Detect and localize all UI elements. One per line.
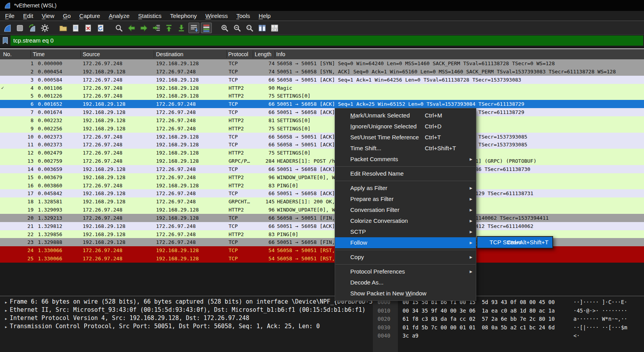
context-menu-item-protocol-preferences[interactable]: Protocol Preferences▶ <box>335 266 476 277</box>
packet-row-3[interactable]: 30.000584172.26.97.248192.168.29.128TCP6… <box>0 76 644 84</box>
menu-tools[interactable]: Tools <box>232 12 254 19</box>
save-file-button[interactable] <box>70 23 81 33</box>
column-divider[interactable] <box>226 50 227 58</box>
column-divider[interactable] <box>154 50 154 58</box>
packet-row-14[interactable]: 140.003659192.168.29.128172.26.97.248TCP… <box>0 165 644 173</box>
hex-row-0010[interactable]: 001000 34 35 9f 40 00 3e 06 1a ea c0 a8 … <box>373 307 644 315</box>
column-header-destination[interactable]: Destination <box>156 51 183 57</box>
packet-row-9[interactable]: 90.002256192.168.29.128172.26.97.248HTTP… <box>0 124 644 133</box>
packet-row-10[interactable]: 100.002373172.26.97.248192.168.29.128TCP… <box>0 133 644 141</box>
restart-capture-button[interactable] <box>27 23 38 33</box>
context-menu-item-set-unset-time-reference[interactable]: Set/Unset Time ReferenceCtrl+T <box>335 132 476 143</box>
packet-row-11[interactable]: 110.002373172.26.97.248192.168.29.128TCP… <box>0 140 644 149</box>
context-menu-item-edit-resolved-name[interactable]: Edit Resolved Name <box>335 168 476 179</box>
hex-row-0040[interactable]: 00403c a9<· <box>373 332 644 340</box>
detail-line[interactable]: ▸Ethernet II, Src: Microsoft_93:43:0f (0… <box>2 306 373 314</box>
menu-telephony[interactable]: Telephony <box>166 12 201 19</box>
menu-item-label: Colorize Conversation <box>350 217 408 224</box>
context-menu-item-ignore-unignore-selected[interactable]: Ignore/Unignore SelectedCtrl+D <box>335 121 476 132</box>
go-to-packet-button[interactable] <box>151 23 162 33</box>
packet-row-20[interactable]: 201.329213172.26.97.248192.168.29.128TCP… <box>0 214 644 222</box>
detail-line[interactable]: ▸Internet Protocol Version 4, Src: 192.1… <box>2 314 373 322</box>
menu-help[interactable]: Help <box>254 12 275 19</box>
packet-row-6[interactable]: 60.001652192.168.29.128172.26.97.248TCP6… <box>0 100 644 108</box>
context-menu-item-conversation-filter[interactable]: Conversation Filter▶ <box>335 204 476 215</box>
context-menu-item-decode-as[interactable]: Decode As... <box>335 277 476 288</box>
go-first-button[interactable] <box>163 23 174 33</box>
detail-line[interactable]: ▸Transmission Control Protocol, Src Port… <box>2 322 373 331</box>
packet-row-16[interactable]: 160.003860172.26.97.248192.168.29.128HTT… <box>0 181 644 190</box>
column-header-protocol[interactable]: Protocol <box>228 51 248 57</box>
hex-row-0030[interactable]: 003001 fd 5b 7c 00 00 01 01 08 0a 5b a2 … <box>373 324 644 332</box>
protocol-cell: HTTP2 <box>229 85 244 91</box>
resize-columns-button[interactable] <box>257 23 268 33</box>
context-menu-item-colorize-conversation[interactable]: Colorize Conversation▶ <box>335 215 476 226</box>
zoom-out-button[interactable] <box>232 23 243 33</box>
packet-row-4[interactable]: 40.001106172.26.97.248192.168.29.128HTTP… <box>0 84 644 92</box>
zoom-normal-button[interactable]: 1:1 <box>244 23 255 33</box>
go-forward-button[interactable] <box>138 23 149 33</box>
time-cell: 0.000000 <box>38 60 62 66</box>
menu-go[interactable]: Go <box>59 12 75 19</box>
packet-row-13[interactable]: 130.002759172.26.97.248192.168.29.128GRP… <box>0 157 644 165</box>
packet-row-17[interactable]: 170.045842192.168.29.128172.26.97.248TCP… <box>0 189 644 197</box>
packet-row-19[interactable]: 191.329093172.26.97.248192.168.29.128HTT… <box>0 206 644 214</box>
detail-line[interactable]: ▸Frame 6: 66 bytes on wire (528 bits), 6… <box>2 298 373 306</box>
column-divider[interactable] <box>253 50 253 58</box>
packet-row-7[interactable]: 70.001674192.168.29.128172.26.97.248TCP6… <box>0 108 644 116</box>
display-filter-input[interactable]: tcp.stream eq 0 <box>11 36 643 46</box>
context-menu-item-copy[interactable]: Copy▶ <box>335 252 476 263</box>
context-menu-item-apply-as-filter[interactable]: Apply as Filter▶ <box>335 183 476 194</box>
column-divider[interactable] <box>275 50 275 58</box>
close-file-button[interactable] <box>83 23 94 33</box>
column-divider[interactable] <box>80 50 81 58</box>
capture-options-button[interactable] <box>39 23 50 33</box>
go-last-button[interactable] <box>176 23 187 33</box>
packet-row-18[interactable]: 181.328581192.168.29.128172.26.97.248GRP… <box>0 197 644 206</box>
stop-capture-button[interactable] <box>14 23 25 33</box>
context-menu-item-follow[interactable]: Follow▶ <box>335 237 476 248</box>
context-menu-item-prepare-as-filter[interactable]: Prepare as Filter▶ <box>335 194 476 204</box>
packet-row-15[interactable]: 150.003679192.168.29.128172.26.97.248HTT… <box>0 173 644 181</box>
packet-row-5[interactable]: 50.001226172.26.97.248192.168.29.128HTTP… <box>0 92 644 100</box>
packet-row-8[interactable]: 80.002232192.168.29.128172.26.97.248HTTP… <box>0 116 644 124</box>
menu-edit[interactable]: Edit <box>19 12 37 19</box>
start-capture-button[interactable] <box>2 23 13 33</box>
column-header-length[interactable]: Length <box>255 51 271 57</box>
colorize-button[interactable] <box>201 23 212 33</box>
column-header-time[interactable]: Time <box>33 51 45 57</box>
packet-row-25[interactable]: 251.330066172.26.97.248192.168.29.128TCP… <box>0 254 644 263</box>
menu-analyze[interactable]: Analyze <box>105 12 134 19</box>
menu-view[interactable]: View <box>37 12 59 19</box>
context-menu-item-time-shift[interactable]: Time Shift...Ctrl+Shift+T <box>335 143 476 154</box>
menu-capture[interactable]: Capture <box>75 12 104 19</box>
packet-row-21[interactable]: 211.329812192.168.29.128172.26.97.248TCP… <box>0 222 644 230</box>
menu-item-label: Copy <box>350 254 364 260</box>
zoom-in-button[interactable] <box>219 23 230 33</box>
submenu-item-tcp-stream[interactable]: TCP Stream Ctrl+Alt+Shift+T <box>477 237 552 248</box>
context-menu-item-show-packet-in-new-window[interactable]: Show Packet in New Window <box>335 288 476 299</box>
packet-row-1[interactable]: 10.000000172.26.97.248192.168.29.128TCP7… <box>0 59 644 68</box>
find-packet-icon <box>115 24 123 32</box>
menu-statistics[interactable]: Statistics <box>134 12 166 19</box>
auto-scroll-button[interactable] <box>188 23 199 33</box>
column-header-source[interactable]: Source <box>83 51 100 57</box>
context-menu-item-mark-unmark-selected[interactable]: Mark/Unmark SelectedCtrl+M <box>335 110 476 121</box>
layout-columns-button[interactable]: 123 <box>269 23 280 33</box>
go-back-button[interactable] <box>126 23 137 33</box>
menu-file[interactable]: File <box>1 12 19 19</box>
column-header-no[interactable]: No. <box>3 51 12 57</box>
hex-row-0020[interactable]: 002061 f8 c3 83 da fa cc 02 57 2a 6e bb … <box>373 315 644 324</box>
find-packet-button[interactable] <box>114 23 124 33</box>
column-header-info[interactable]: Info <box>276 51 285 57</box>
menu-wireless[interactable]: Wireless <box>201 12 232 19</box>
no-cell: 7 <box>0 109 34 115</box>
reload-file-button[interactable] <box>95 23 106 33</box>
context-menu-item-sctp[interactable]: SCTP▶ <box>335 226 476 237</box>
filter-bookmark-icon[interactable] <box>0 37 11 44</box>
column-divider[interactable] <box>30 50 31 58</box>
packet-row-2[interactable]: 20.000454192.168.29.128172.26.97.248TCP7… <box>0 68 644 76</box>
context-menu-item-packet-comments[interactable]: Packet Comments▶ <box>335 154 476 165</box>
open-file-button[interactable] <box>58 23 69 33</box>
packet-row-12[interactable]: 120.002479172.26.97.248192.168.29.128HTT… <box>0 149 644 157</box>
